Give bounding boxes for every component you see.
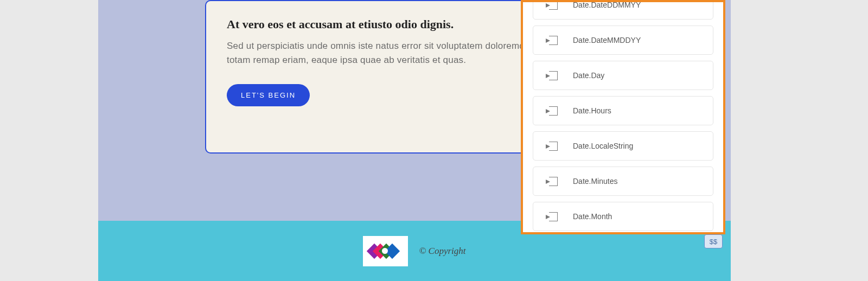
list-item[interactable]: Date.Hours (533, 96, 713, 125)
list-item-label: Date.Minutes (573, 177, 617, 186)
autocomplete-panel: Date.DateDDMMYY Date.DateMMDDYY Date.Day… (521, 0, 725, 234)
copyright-text: © Copyright (419, 246, 465, 257)
list-item-label: Date.LocaleString (573, 142, 633, 150)
input-icon (546, 212, 558, 221)
input-icon (546, 36, 558, 45)
input-icon (546, 1, 558, 10)
input-icon (546, 142, 558, 151)
list-item[interactable]: Date.DateMMDDYY (533, 25, 713, 55)
footer-logo (363, 236, 408, 266)
list-item[interactable]: Date.LocaleString (533, 131, 713, 161)
list-item[interactable]: Date.DateDDMMYY (533, 0, 713, 20)
input-icon (546, 106, 558, 116)
list-item-label: Date.Month (573, 212, 612, 221)
list-item-label: Date.DateMMDDYY (573, 36, 641, 44)
list-item[interactable]: Date.Minutes (533, 167, 713, 196)
logo-center-icon (382, 248, 388, 254)
lets-begin-button[interactable]: LET'S BEGIN (227, 84, 310, 106)
list-item[interactable]: Date.Month (533, 202, 713, 231)
list-item-label: Date.Hours (573, 106, 611, 115)
list-item[interactable]: Date.Day (533, 61, 713, 90)
currency-badge[interactable]: $$ (704, 234, 723, 248)
input-icon (546, 177, 558, 186)
input-icon (546, 71, 558, 80)
list-item-label: Date.DateDDMMYY (573, 1, 641, 9)
list-item-label: Date.Day (573, 71, 604, 80)
